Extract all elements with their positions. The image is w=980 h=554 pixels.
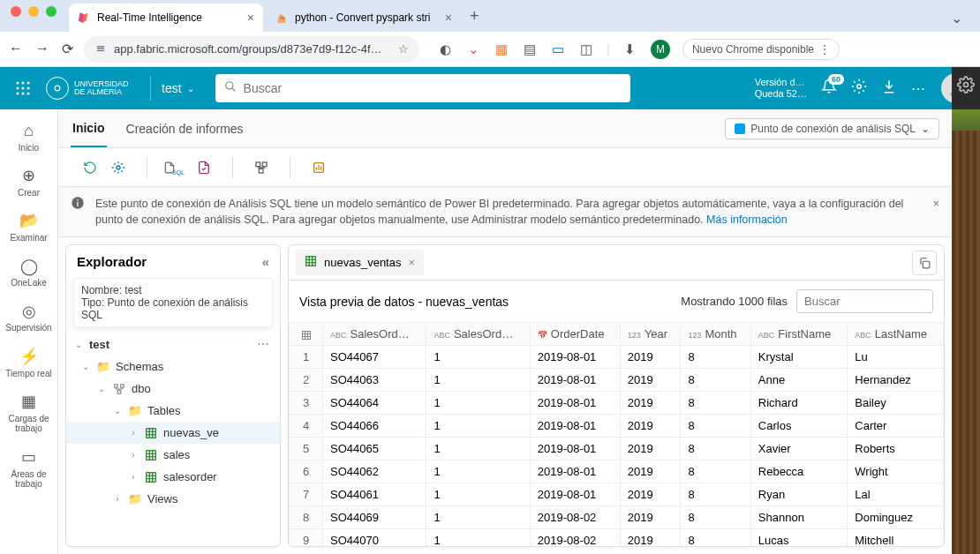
minimize-window-icon[interactable] xyxy=(28,6,39,17)
back-button[interactable]: ← xyxy=(9,41,23,57)
table-row[interactable]: 2SO4406312019-08-0120198AnneHernandez xyxy=(290,369,944,392)
download-icon[interactable]: ⬇ xyxy=(622,41,638,57)
rail-item[interactable]: ▭Áreas de trabajo xyxy=(3,443,56,495)
report-button[interactable] xyxy=(306,155,331,180)
close-tab-icon[interactable]: × xyxy=(408,256,415,269)
browser-tab-inactive[interactable]: python - Convert pyspark stri × xyxy=(267,4,461,32)
notifications-button[interactable]: 60 xyxy=(821,79,837,98)
close-tab-icon[interactable]: × xyxy=(247,11,254,25)
more-icon[interactable]: ⋯ xyxy=(911,80,927,97)
cell: 8 xyxy=(681,506,750,529)
tree-node-views[interactable]: › 📁 Views xyxy=(66,488,280,510)
ext-icon-3[interactable]: ▭ xyxy=(550,41,566,57)
collapse-icon[interactable]: « xyxy=(262,254,269,269)
trial-status[interactable]: Versión d… Queda 52… xyxy=(755,77,807,100)
rail-item[interactable]: ⊕Crear xyxy=(3,161,56,203)
tree-node-schemas[interactable]: ⌄ 📁 Schemas xyxy=(66,356,280,378)
maximize-window-icon[interactable] xyxy=(46,6,57,17)
table-row[interactable]: 4SO4406612019-08-0120198CarlosCarter xyxy=(290,415,944,438)
ext-icon[interactable]: ◐ xyxy=(437,41,453,57)
pocket-icon[interactable]: ⌄ xyxy=(465,41,481,57)
reload-button[interactable]: ⟳ xyxy=(62,41,73,57)
settings-button[interactable] xyxy=(106,155,131,180)
model-button[interactable] xyxy=(249,155,274,180)
download-icon[interactable] xyxy=(881,79,897,98)
column-header[interactable]: ABCSalesOrd… xyxy=(323,323,426,346)
data-grid[interactable]: ABCSalesOrd…ABCSalesOrd…📅OrderDate123Yea… xyxy=(289,322,944,546)
column-header[interactable]: 123Month xyxy=(681,323,750,346)
svg-rect-27 xyxy=(923,261,930,268)
sql-query-button[interactable]: SQL xyxy=(163,155,188,180)
cell: 2019 xyxy=(620,346,681,369)
ext-icon-2[interactable]: ▦ xyxy=(494,41,509,57)
rail-item[interactable]: ◯OneLake xyxy=(3,252,56,294)
close-tab-icon[interactable]: × xyxy=(445,11,452,25)
object-tab[interactable]: nuevas_ventas × xyxy=(296,250,424,275)
reader-icon[interactable]: ▤ xyxy=(522,41,538,57)
column-header[interactable]: ABCLastName xyxy=(848,323,944,346)
table-row[interactable]: 7SO4406112019-08-0120198RyanLal xyxy=(290,483,944,506)
tree-node-dbo[interactable]: ⌄ dbo xyxy=(66,378,280,400)
cell: 8 xyxy=(681,483,750,506)
more-icon[interactable]: ⋯ xyxy=(257,337,273,351)
info-banner: Este punto de conexión de Análisis SQL t… xyxy=(58,187,952,237)
rail-item[interactable]: ⚡Tiempo real xyxy=(3,342,56,384)
table-row[interactable]: 8SO4406912019-08-0220198ShannonDominguez xyxy=(290,506,944,529)
url-field[interactable]: app.fabric.microsoft.com/groups/d873e7d9… xyxy=(84,36,419,63)
tree-node-table[interactable]: ›nuevas_ve xyxy=(66,422,280,444)
tabs-chevron-icon[interactable]: ⌄ xyxy=(951,10,973,32)
copy-button[interactable] xyxy=(912,251,937,275)
bookmark-icon[interactable]: ☆ xyxy=(398,42,409,56)
new-tab-button[interactable]: + xyxy=(461,7,488,26)
forward-button[interactable]: → xyxy=(35,41,49,57)
tab-home[interactable]: Inicio xyxy=(71,110,107,147)
learn-more-link[interactable]: Más información xyxy=(706,213,788,226)
rail-item[interactable]: ◎Supervisión xyxy=(3,297,56,339)
gear-icon[interactable] xyxy=(952,67,980,97)
cell: 2019-08-01 xyxy=(530,369,620,392)
profile-avatar[interactable]: M xyxy=(651,40,670,59)
cell: Carlos xyxy=(750,415,847,438)
rail-item[interactable]: 📂Examinar xyxy=(3,206,56,248)
app-launcher-icon[interactable] xyxy=(9,74,37,102)
tab-reports[interactable]: Creación de informes xyxy=(124,111,245,146)
tree-node-tables[interactable]: ⌄ 📁 Tables xyxy=(66,400,280,422)
column-header[interactable]: ABCSalesOrd… xyxy=(426,323,530,346)
tree-node-table[interactable]: ›sales xyxy=(66,444,280,466)
cell: Carter xyxy=(848,415,944,438)
column-header[interactable]: ABCFirstName xyxy=(750,323,847,346)
refresh-button[interactable] xyxy=(78,155,102,180)
table-row[interactable]: 1SO4406712019-08-0120198KrystalLu xyxy=(290,346,944,369)
browser-tab-active[interactable]: Real-Time Intelligence × xyxy=(69,4,263,32)
table-row[interactable]: 5SO4406512019-08-0120198XavierRoberts xyxy=(290,438,944,460)
tree-node-db[interactable]: ⌄ test ⋯ xyxy=(66,333,280,356)
grid-search-input[interactable] xyxy=(796,289,933,313)
cell: SO44067 xyxy=(323,346,426,369)
chrome-update-badge[interactable]: Nuevo Chrome disponible ⋮ xyxy=(682,39,840,60)
global-search[interactable] xyxy=(215,74,630,102)
column-header[interactable]: 📅OrderDate xyxy=(530,323,620,346)
visual-query-button[interactable] xyxy=(192,155,216,180)
puzzle-icon[interactable]: ◫ xyxy=(578,41,594,57)
rail-item[interactable]: ▦Cargas de trabajo xyxy=(3,387,56,439)
close-window-icon[interactable] xyxy=(11,6,21,17)
table-row[interactable]: 3SO4406412019-08-0120198RichardBailey xyxy=(290,392,944,415)
table-row[interactable]: 9SO4407012019-08-0220198LucasMitchell xyxy=(290,529,944,546)
workspace-breadcrumb[interactable]: test ⌄ xyxy=(150,76,200,101)
site-info-icon[interactable] xyxy=(94,41,107,56)
cell: Dominguez xyxy=(848,506,944,529)
search-input[interactable] xyxy=(244,81,622,95)
tree-node-table[interactable]: ›salesorder xyxy=(66,466,280,488)
cell: Wright xyxy=(848,460,944,483)
settings-icon[interactable] xyxy=(851,79,867,98)
rail-item[interactable]: ⌂Inicio xyxy=(3,116,56,158)
explorer-tooltip: Nombre: test Tipo: Punto de conexión de … xyxy=(73,278,273,327)
left-rail: ⌂Inicio⊕Crear📂Examinar◯OneLake◎Supervisi… xyxy=(0,109,58,554)
table-row[interactable]: 6SO4406212019-08-0120198RebeccaWright xyxy=(290,460,944,483)
close-banner-icon[interactable]: × xyxy=(933,196,939,212)
cell: 1 xyxy=(426,415,530,438)
column-header[interactable]: 123Year xyxy=(620,323,681,346)
cell: 2019 xyxy=(620,529,681,546)
cell: Bailey xyxy=(848,392,944,415)
endpoint-selector[interactable]: Punto de conexión de análisis SQL ⌄ xyxy=(725,118,939,139)
